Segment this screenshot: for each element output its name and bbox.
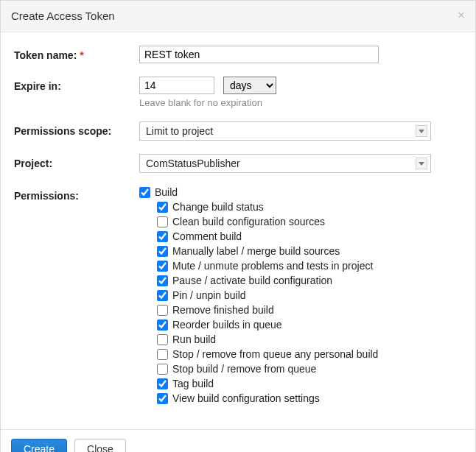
permission-item: Pin / unpin build (157, 289, 458, 303)
dialog-header: Create Access Token × (1, 1, 475, 32)
permission-checkbox[interactable] (157, 246, 168, 257)
permission-label: Reorder builds in queue (172, 318, 282, 332)
permission-item: Clean build configuration sources (157, 215, 458, 229)
create-access-token-dialog: Create Access Token × Token name: * Expi… (0, 0, 476, 452)
permission-checkbox[interactable] (157, 334, 168, 345)
token-name-label: Token name: * (14, 46, 139, 61)
expire-in-hint: Leave blank for no expiration (139, 97, 462, 108)
permissions-scope-value: Limit to project (146, 125, 213, 137)
permission-label: Clean build configuration sources (172, 215, 325, 229)
permission-checkbox[interactable] (157, 275, 168, 286)
permission-label: Manually label / merge build sources (172, 244, 340, 258)
permission-item: Pause / activate build configuration (157, 274, 458, 288)
permissions-list[interactable]: BuildChange build statusClean build conf… (139, 186, 462, 409)
permission-checkbox[interactable] (157, 231, 168, 242)
project-select[interactable]: ComStatusPublisher (139, 154, 431, 173)
chevron-down-icon (416, 125, 427, 137)
permission-group-label: Build (155, 186, 178, 198)
create-button[interactable]: Create (11, 439, 67, 452)
required-marker: * (80, 49, 83, 61)
permission-item: Comment build (157, 230, 458, 244)
permissions-row: Permissions: BuildChange build statusCle… (14, 186, 462, 409)
permission-item: Change build status (157, 200, 458, 214)
permission-label: Comment build (172, 230, 242, 244)
permissions-scope-select[interactable]: Limit to project (139, 121, 431, 141)
permission-label: Remove finished build (172, 303, 274, 317)
permission-label: Pause / activate build configuration (172, 274, 332, 288)
permission-label: Tag build (172, 377, 214, 391)
expire-in-unit-select[interactable]: days (223, 77, 276, 94)
dialog-body: Token name: * Expire in: days Leave blan… (1, 32, 475, 429)
close-icon[interactable]: × (458, 8, 465, 23)
dialog-footer: Create Close (1, 429, 475, 452)
chevron-down-icon (416, 158, 427, 169)
permissions-label: Permissions: (14, 186, 139, 202)
permissions-scope-label: Permissions scope: (14, 121, 139, 137)
permission-item: Mute / unmute problems and tests in proj… (157, 259, 458, 273)
permission-group-build: Build (139, 186, 458, 198)
permission-item: Stop build / remove from queue (157, 362, 458, 376)
expire-in-row: Expire in: days Leave blank for no expir… (14, 77, 462, 108)
permission-item: Stop / remove from queue any personal bu… (157, 347, 458, 361)
permission-item: Run build (157, 333, 458, 347)
permission-label: Mute / unmute problems and tests in proj… (172, 259, 373, 273)
permissions-scope-row: Permissions scope: Limit to project (14, 121, 462, 141)
token-name-input[interactable] (139, 46, 379, 63)
dialog-title: Create Access Token (11, 10, 115, 22)
permission-label: Change build status (172, 200, 264, 214)
permission-label: Pin / unpin build (172, 289, 246, 303)
permission-label: Stop build / remove from queue (172, 362, 316, 376)
permission-item: Remove finished build (157, 303, 458, 317)
permission-checkbox[interactable] (157, 290, 168, 301)
permission-label: View build configuration settings (172, 392, 320, 406)
permission-group-checkbox[interactable] (139, 187, 150, 198)
permission-label: Stop / remove from queue any personal bu… (172, 347, 378, 361)
permission-checkbox[interactable] (157, 393, 168, 404)
token-name-row: Token name: * (14, 46, 462, 63)
permission-item: Tag build (157, 377, 458, 391)
permission-checkbox[interactable] (157, 216, 168, 227)
permission-checkbox[interactable] (157, 349, 168, 360)
permission-checkbox[interactable] (157, 319, 168, 331)
project-label: Project: (14, 154, 139, 169)
expire-in-input[interactable] (139, 77, 214, 94)
permission-checkbox[interactable] (157, 378, 168, 389)
permission-checkbox[interactable] (157, 364, 168, 375)
permission-item: Reorder builds in queue (157, 318, 458, 332)
permission-checkbox[interactable] (157, 305, 168, 316)
project-row: Project: ComStatusPublisher (14, 154, 462, 173)
permission-item: View build configuration settings (157, 392, 458, 406)
project-value: ComStatusPublisher (146, 158, 240, 169)
permission-item: Manually label / merge build sources (157, 244, 458, 258)
permission-checkbox[interactable] (157, 261, 168, 272)
expire-in-label: Expire in: (14, 77, 139, 92)
token-name-label-text: Token name: (14, 49, 77, 61)
permission-label: Run build (172, 333, 216, 347)
close-button[interactable]: Close (74, 439, 126, 452)
permission-checkbox[interactable] (157, 202, 168, 213)
